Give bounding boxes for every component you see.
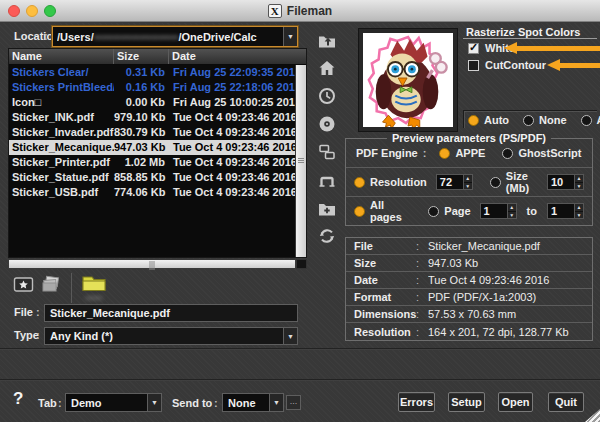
network-icon[interactable] (316, 141, 338, 162)
location-dropdown-button[interactable]: ▼ (283, 27, 297, 46)
file-size: 947.03 Kb (114, 140, 169, 155)
mode-auto-option[interactable]: Auto (468, 114, 509, 126)
info-row-file: File : Sticker_Mecanique.pdf (346, 238, 592, 255)
spin-up-icon[interactable]: ▲ (575, 204, 583, 212)
spin-up-icon[interactable]: ▲ (575, 175, 583, 183)
page-from-spinner[interactable]: 1 ▲▼ (480, 203, 517, 219)
page-radio[interactable] (428, 206, 439, 217)
preview-frame (358, 28, 458, 132)
setup-button[interactable]: Setup (448, 392, 485, 412)
file-list-row[interactable]: Sticker_Printer.pdf 1.02 Mb Tue Oct 4 09… (9, 155, 295, 170)
spin-down-icon[interactable]: ▼ (575, 183, 583, 190)
file-name-input[interactable]: Sticker_Mecanique.pdf (44, 304, 298, 322)
send-to-more-button[interactable]: ... (286, 395, 301, 410)
ghostscript-radio[interactable] (502, 148, 513, 159)
divider (0, 379, 600, 381)
appe-radio[interactable] (439, 148, 450, 159)
white-checkbox[interactable]: ✓ (468, 43, 479, 54)
vertical-scrollbar[interactable] (295, 65, 306, 257)
location-input[interactable]: /Users/••••••••••••••••••••••/OneDrive/C… (52, 26, 298, 47)
resolution-spinner[interactable]: 72 ▲▼ (436, 174, 473, 190)
spin-down-icon[interactable]: ▼ (464, 183, 472, 190)
size-radio[interactable] (490, 177, 501, 188)
type-dropdown-button[interactable]: ▼ (283, 328, 297, 344)
zoom-window-button[interactable] (44, 5, 56, 17)
cutcontour-checkbox-row[interactable]: CutContour (468, 59, 546, 71)
refresh-icon[interactable] (316, 225, 338, 246)
disc-icon[interactable] (316, 113, 338, 134)
size-option[interactable]: Size (Mb) (490, 170, 538, 194)
minimize-window-button[interactable] (26, 5, 38, 17)
none-radio[interactable] (523, 115, 534, 126)
auto-radio[interactable] (468, 115, 479, 126)
page-to-spinner[interactable]: 1 ▲▼ (547, 203, 584, 219)
engine-appe-option[interactable]: APPE (439, 147, 485, 159)
file-list-row-selected[interactable]: Sticker_Mecanique.pdf 947.03 Kb Tue Oct … (9, 140, 295, 155)
x11-app-icon: X (268, 4, 282, 18)
all-pages-option[interactable]: All pages (354, 199, 413, 223)
sticker-preview-image (363, 33, 453, 127)
help-button[interactable]: ? (13, 389, 23, 409)
column-header-name[interactable]: Name (9, 49, 114, 64)
all-radio[interactable] (581, 115, 592, 126)
spin-down-icon[interactable]: ▼ (575, 212, 583, 219)
errors-button[interactable]: Errors (398, 392, 435, 412)
shortcut-folder-label: •••••• (86, 293, 103, 302)
resolution-radio[interactable] (354, 177, 365, 188)
tab-colon: : (58, 397, 62, 409)
spin-up-icon[interactable]: ▲ (464, 175, 472, 183)
file-list-row[interactable]: Stickers Clear/ 0.31 Kb Fri Aug 25 22:09… (9, 65, 295, 80)
quit-button[interactable]: Quit (548, 392, 584, 412)
scrollbar-grip[interactable] (298, 157, 304, 164)
shortcut-folder[interactable]: •••••• (81, 273, 107, 302)
pdf-engine-label: PDF Engine (356, 147, 418, 159)
file-list-row[interactable]: Icon□ 0.00 Kb Fri Aug 25 10:00:25 2017 (9, 95, 295, 110)
file-date: Tue Oct 4 09:23:46 2016 (169, 170, 295, 185)
all-pages-radio[interactable] (354, 206, 365, 217)
type-filter-dropdown[interactable]: Any Kind (*) ▼ (44, 327, 298, 345)
bridge-mount-icon[interactable] (316, 169, 338, 190)
column-header-date[interactable]: Date (169, 49, 306, 64)
info-row-format: Format : PDF (PDF/X-1a:2003) (346, 289, 592, 306)
new-folder-icon[interactable] (316, 197, 338, 218)
file-list-row[interactable]: Sticker_USB.pdf 774.06 Kb Tue Oct 4 09:2… (9, 185, 295, 200)
engine-ghostscript-option[interactable]: GhostScript (502, 147, 581, 159)
horizontal-scrollbar[interactable] (8, 259, 296, 269)
stack-icon[interactable] (40, 273, 62, 294)
open-button[interactable]: Open (498, 392, 533, 412)
file-list-row[interactable]: Sticker_Statue.pdf 858.85 Kb Tue Oct 4 0… (9, 170, 295, 185)
cutcontour-checkbox[interactable] (468, 60, 479, 71)
tab-dropdown[interactable]: Demo ▼ (65, 393, 162, 412)
file-list: Name Size Date Stickers Clear/ 0.31 Kb F… (8, 48, 307, 258)
scrollbar-corner (296, 259, 307, 269)
type-filter-value: Any Kind (*) (45, 330, 283, 342)
send-to-dropdown[interactable]: None ▼ (222, 393, 284, 412)
scrollbar-grip[interactable] (149, 261, 156, 270)
page-option[interactable]: Page (428, 205, 470, 217)
column-header-size[interactable]: Size (114, 49, 169, 64)
history-clock-icon[interactable] (316, 85, 338, 106)
location-suffix: /OneDrive/Calc (178, 31, 256, 43)
spot-mode-radio-group: Auto None All (468, 114, 600, 126)
file-date: Tue Oct 4 09:23:46 2016 (169, 140, 295, 155)
close-window-button[interactable] (8, 5, 20, 17)
file-list-row[interactable]: Sticker_Invader.pdf 830.79 Kb Tue Oct 4 … (9, 125, 295, 140)
resolution-option[interactable]: Resolution (354, 176, 427, 188)
size-spinner[interactable]: 10 ▲▼ (547, 174, 584, 190)
file-list-row[interactable]: Sticker_INK.pdf 979.10 Kb Tue Oct 4 09:2… (9, 110, 295, 125)
tab-dropdown-button[interactable]: ▼ (147, 394, 161, 411)
page-label: Page (444, 205, 470, 217)
send-to-dropdown-button[interactable]: ▼ (269, 394, 283, 411)
home-icon[interactable] (316, 57, 338, 78)
mode-all-option[interactable]: All (581, 114, 600, 126)
spin-down-icon[interactable]: ▼ (508, 212, 516, 219)
spin-up-icon[interactable]: ▲ (508, 204, 516, 212)
file-list-row[interactable]: Stickers PrintBleed/ 0.16 Kb Fri Aug 25 … (9, 80, 295, 95)
rasterize-title: Rasterize Spot Colors (466, 26, 580, 38)
location-prefix: /Users/ (57, 31, 94, 43)
favorites-icon[interactable] (12, 273, 34, 294)
go-up-folder-icon[interactable] (316, 29, 338, 50)
resize-grip[interactable] (585, 409, 600, 422)
info-value: 947.03 Kb (428, 257, 584, 269)
mode-none-option[interactable]: None (523, 114, 567, 126)
